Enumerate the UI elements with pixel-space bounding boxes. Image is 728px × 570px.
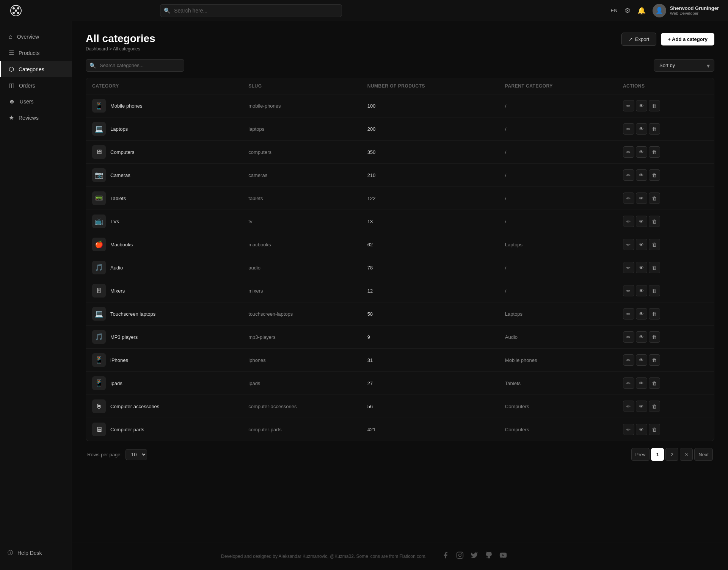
- edit-button[interactable]: ✏: [623, 169, 634, 181]
- table-header: Category Slug Number of products Parent …: [86, 78, 714, 94]
- view-button[interactable]: 👁: [636, 239, 647, 250]
- page-1-button[interactable]: 1: [651, 448, 664, 461]
- add-category-button[interactable]: + Add a category: [661, 33, 714, 45]
- cell-slug: macbooks: [242, 233, 361, 256]
- edit-button[interactable]: ✏: [623, 216, 634, 227]
- delete-button[interactable]: 🗑: [649, 354, 660, 366]
- sidebar-item-orders[interactable]: ◫ Orders: [0, 77, 72, 94]
- cell-num-products: 200: [361, 117, 499, 141]
- topnav-right: EN ⚙ 🔔 👤 Sherwood Gruninger Web Develope…: [611, 4, 719, 17]
- page-3-button[interactable]: 3: [680, 448, 693, 461]
- toolbar: 🔍 Sort by Name A-Z Name Z-A Products ↑ P…: [86, 59, 714, 72]
- cell-actions: ✏ 👁 🗑: [617, 256, 714, 279]
- cell-category: 📟 Tablets: [86, 187, 242, 210]
- view-button[interactable]: 👁: [636, 216, 647, 227]
- cell-slug: ipads: [242, 372, 361, 395]
- category-name: Audio: [110, 265, 123, 271]
- view-button[interactable]: 👁: [636, 146, 647, 158]
- view-button[interactable]: 👁: [636, 193, 647, 204]
- facebook-link[interactable]: [442, 551, 449, 561]
- edit-button[interactable]: ✏: [623, 123, 634, 135]
- view-button[interactable]: 👁: [636, 401, 647, 412]
- delete-button[interactable]: 🗑: [649, 123, 660, 135]
- view-button[interactable]: 👁: [636, 308, 647, 319]
- edit-button[interactable]: ✏: [623, 424, 634, 435]
- delete-button[interactable]: 🗑: [649, 285, 660, 296]
- sidebar-item-users[interactable]: ☻ Users: [0, 94, 72, 110]
- edit-button[interactable]: ✏: [623, 401, 634, 412]
- language-selector[interactable]: EN: [611, 8, 618, 13]
- view-button[interactable]: 👁: [636, 285, 647, 296]
- delete-button[interactable]: 🗑: [649, 401, 660, 412]
- edit-button[interactable]: ✏: [623, 262, 634, 273]
- notifications-button[interactable]: 🔔: [637, 6, 646, 15]
- cell-slug: computer-accessories: [242, 395, 361, 418]
- edit-button[interactable]: ✏: [623, 308, 634, 319]
- footer-text: Developed and designed by Aleksandar Kuz…: [221, 554, 427, 559]
- svg-point-8: [461, 553, 462, 554]
- category-icon: 🖥: [92, 145, 106, 159]
- delete-button[interactable]: 🗑: [649, 331, 660, 343]
- delete-button[interactable]: 🗑: [649, 239, 660, 250]
- twitter-link[interactable]: [471, 551, 478, 561]
- sidebar-item-overview[interactable]: ⌂ Overview: [0, 29, 72, 45]
- cell-category: 📺 TVs: [86, 210, 242, 233]
- svg-rect-6: [457, 552, 463, 559]
- cell-parent: Laptops: [499, 302, 617, 326]
- delete-button[interactable]: 🗑: [649, 146, 660, 158]
- delete-button[interactable]: 🗑: [649, 169, 660, 181]
- sort-select[interactable]: Sort by Name A-Z Name Z-A Products ↑ Pro…: [654, 59, 714, 72]
- next-page-button[interactable]: Next: [694, 448, 713, 461]
- cell-parent: /: [499, 117, 617, 141]
- search-input[interactable]: [160, 4, 342, 17]
- category-name: Mixers: [110, 288, 125, 294]
- cell-num-products: 12: [361, 279, 499, 302]
- instagram-link[interactable]: [456, 551, 464, 561]
- edit-button[interactable]: ✏: [623, 100, 634, 111]
- cell-slug: computers: [242, 141, 361, 164]
- help-icon: ⓘ: [8, 550, 13, 556]
- sidebar-item-categories[interactable]: ⬡ Categories: [0, 61, 72, 77]
- view-button[interactable]: 👁: [636, 169, 647, 181]
- edit-button[interactable]: ✏: [623, 377, 634, 389]
- edit-button[interactable]: ✏: [623, 193, 634, 204]
- view-button[interactable]: 👁: [636, 262, 647, 273]
- cell-parent: /: [499, 94, 617, 117]
- github-link[interactable]: [485, 551, 493, 561]
- edit-button[interactable]: ✏: [623, 354, 634, 366]
- delete-button[interactable]: 🗑: [649, 377, 660, 389]
- breadcrumb: Dashboard > All categories: [86, 46, 155, 52]
- prev-page-button[interactable]: Prev: [631, 448, 650, 461]
- view-button[interactable]: 👁: [636, 424, 647, 435]
- search-categories-input[interactable]: [86, 59, 184, 72]
- delete-button[interactable]: 🗑: [649, 216, 660, 227]
- view-button[interactable]: 👁: [636, 354, 647, 366]
- category-name: Computer parts: [110, 427, 144, 432]
- sidebar-item-help[interactable]: ⓘ Help Desk: [8, 550, 64, 556]
- view-button[interactable]: 👁: [636, 331, 647, 343]
- delete-button[interactable]: 🗑: [649, 424, 660, 435]
- rows-per-page-select[interactable]: 10 20 50: [126, 449, 147, 460]
- breadcrumb-home[interactable]: Dashboard: [86, 46, 108, 52]
- cell-slug: iphones: [242, 349, 361, 372]
- view-button[interactable]: 👁: [636, 377, 647, 389]
- cell-num-products: 421: [361, 418, 499, 441]
- settings-button[interactable]: ⚙: [624, 6, 631, 15]
- cell-slug: laptops: [242, 117, 361, 141]
- delete-button[interactable]: 🗑: [649, 262, 660, 273]
- sidebar-item-reviews[interactable]: ★ Reviews: [0, 110, 72, 126]
- delete-button[interactable]: 🗑: [649, 193, 660, 204]
- edit-button[interactable]: ✏: [623, 146, 634, 158]
- view-button[interactable]: 👁: [636, 123, 647, 135]
- youtube-link[interactable]: [499, 551, 507, 561]
- view-button[interactable]: 👁: [636, 100, 647, 111]
- edit-button[interactable]: ✏: [623, 239, 634, 250]
- sidebar-item-products[interactable]: ☰ Products: [0, 45, 72, 61]
- export-button[interactable]: ↗ Export: [621, 33, 657, 46]
- delete-button[interactable]: 🗑: [649, 100, 660, 111]
- edit-button[interactable]: ✏: [623, 285, 634, 296]
- delete-button[interactable]: 🗑: [649, 308, 660, 319]
- page-2-button[interactable]: 2: [665, 448, 678, 461]
- cell-num-products: 31: [361, 349, 499, 372]
- edit-button[interactable]: ✏: [623, 331, 634, 343]
